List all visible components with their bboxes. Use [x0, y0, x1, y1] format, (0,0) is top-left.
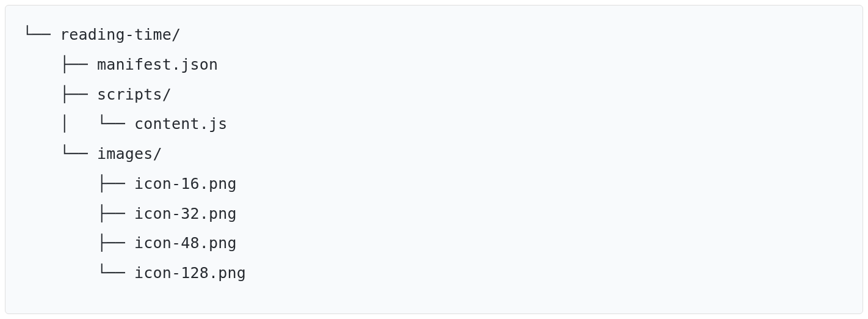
tree-line: └── icon-128.png	[23, 258, 845, 288]
tree-line: ├── scripts/	[23, 80, 845, 110]
tree-line: ├── icon-16.png	[23, 169, 845, 199]
tree-line: └── reading-time/	[23, 20, 845, 50]
tree-line: ├── icon-32.png	[23, 199, 845, 229]
tree-line: ├── icon-48.png	[23, 229, 845, 258]
directory-tree-block: └── reading-time/ ├── manifest.json ├── …	[5, 5, 863, 314]
tree-line: └── images/	[23, 139, 845, 169]
tree-line: │ └── content.js	[23, 109, 845, 139]
tree-line: ├── manifest.json	[23, 50, 845, 80]
